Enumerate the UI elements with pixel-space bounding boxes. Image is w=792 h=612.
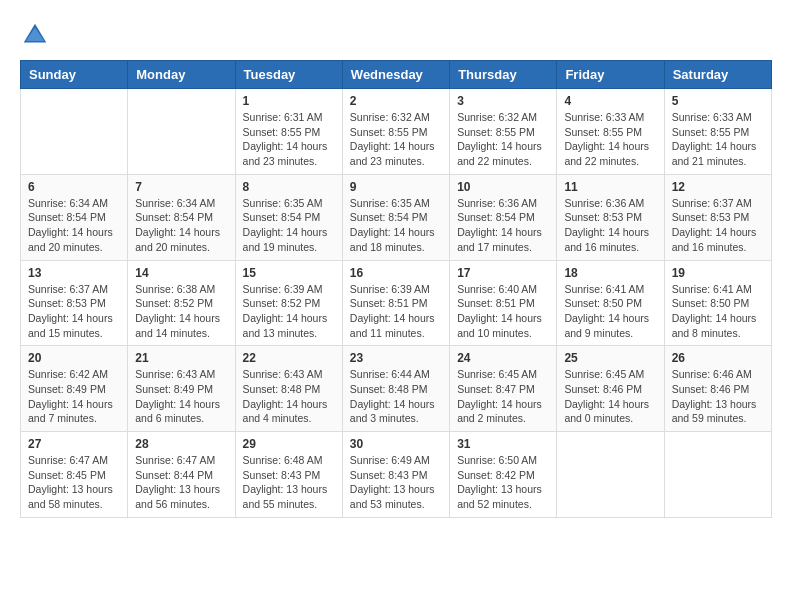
weekday-header-monday: Monday <box>128 61 235 89</box>
calendar-cell: 16Sunrise: 6:39 AM Sunset: 8:51 PM Dayli… <box>342 260 449 346</box>
calendar-cell <box>557 432 664 518</box>
day-info: Sunrise: 6:31 AM Sunset: 8:55 PM Dayligh… <box>243 110 335 169</box>
day-info: Sunrise: 6:44 AM Sunset: 8:48 PM Dayligh… <box>350 367 442 426</box>
calendar-cell: 19Sunrise: 6:41 AM Sunset: 8:50 PM Dayli… <box>664 260 771 346</box>
day-number: 18 <box>564 266 656 280</box>
weekday-header-tuesday: Tuesday <box>235 61 342 89</box>
weekday-header-thursday: Thursday <box>450 61 557 89</box>
logo <box>20 20 54 50</box>
day-number: 7 <box>135 180 227 194</box>
day-info: Sunrise: 6:45 AM Sunset: 8:47 PM Dayligh… <box>457 367 549 426</box>
calendar-cell <box>128 89 235 175</box>
calendar-cell: 21Sunrise: 6:43 AM Sunset: 8:49 PM Dayli… <box>128 346 235 432</box>
calendar-cell: 12Sunrise: 6:37 AM Sunset: 8:53 PM Dayli… <box>664 174 771 260</box>
calendar-cell: 27Sunrise: 6:47 AM Sunset: 8:45 PM Dayli… <box>21 432 128 518</box>
calendar-cell: 14Sunrise: 6:38 AM Sunset: 8:52 PM Dayli… <box>128 260 235 346</box>
day-number: 2 <box>350 94 442 108</box>
weekday-header-wednesday: Wednesday <box>342 61 449 89</box>
calendar-cell <box>664 432 771 518</box>
day-number: 23 <box>350 351 442 365</box>
day-number: 17 <box>457 266 549 280</box>
day-info: Sunrise: 6:32 AM Sunset: 8:55 PM Dayligh… <box>350 110 442 169</box>
calendar-week-1: 1Sunrise: 6:31 AM Sunset: 8:55 PM Daylig… <box>21 89 772 175</box>
weekday-header-saturday: Saturday <box>664 61 771 89</box>
calendar-week-3: 13Sunrise: 6:37 AM Sunset: 8:53 PM Dayli… <box>21 260 772 346</box>
calendar-cell: 24Sunrise: 6:45 AM Sunset: 8:47 PM Dayli… <box>450 346 557 432</box>
day-number: 5 <box>672 94 764 108</box>
calendar-cell: 15Sunrise: 6:39 AM Sunset: 8:52 PM Dayli… <box>235 260 342 346</box>
day-number: 4 <box>564 94 656 108</box>
day-number: 6 <box>28 180 120 194</box>
calendar-cell: 18Sunrise: 6:41 AM Sunset: 8:50 PM Dayli… <box>557 260 664 346</box>
calendar-cell: 30Sunrise: 6:49 AM Sunset: 8:43 PM Dayli… <box>342 432 449 518</box>
day-number: 28 <box>135 437 227 451</box>
day-number: 15 <box>243 266 335 280</box>
day-info: Sunrise: 6:41 AM Sunset: 8:50 PM Dayligh… <box>564 282 656 341</box>
day-info: Sunrise: 6:46 AM Sunset: 8:46 PM Dayligh… <box>672 367 764 426</box>
calendar-cell: 1Sunrise: 6:31 AM Sunset: 8:55 PM Daylig… <box>235 89 342 175</box>
calendar-cell: 22Sunrise: 6:43 AM Sunset: 8:48 PM Dayli… <box>235 346 342 432</box>
day-info: Sunrise: 6:32 AM Sunset: 8:55 PM Dayligh… <box>457 110 549 169</box>
calendar-cell: 2Sunrise: 6:32 AM Sunset: 8:55 PM Daylig… <box>342 89 449 175</box>
calendar-cell: 20Sunrise: 6:42 AM Sunset: 8:49 PM Dayli… <box>21 346 128 432</box>
calendar-cell: 26Sunrise: 6:46 AM Sunset: 8:46 PM Dayli… <box>664 346 771 432</box>
calendar-cell: 7Sunrise: 6:34 AM Sunset: 8:54 PM Daylig… <box>128 174 235 260</box>
day-info: Sunrise: 6:48 AM Sunset: 8:43 PM Dayligh… <box>243 453 335 512</box>
calendar-table: SundayMondayTuesdayWednesdayThursdayFrid… <box>20 60 772 518</box>
day-number: 9 <box>350 180 442 194</box>
day-info: Sunrise: 6:36 AM Sunset: 8:54 PM Dayligh… <box>457 196 549 255</box>
day-info: Sunrise: 6:36 AM Sunset: 8:53 PM Dayligh… <box>564 196 656 255</box>
day-info: Sunrise: 6:39 AM Sunset: 8:52 PM Dayligh… <box>243 282 335 341</box>
calendar-week-2: 6Sunrise: 6:34 AM Sunset: 8:54 PM Daylig… <box>21 174 772 260</box>
calendar-cell <box>21 89 128 175</box>
calendar-cell: 23Sunrise: 6:44 AM Sunset: 8:48 PM Dayli… <box>342 346 449 432</box>
day-info: Sunrise: 6:33 AM Sunset: 8:55 PM Dayligh… <box>564 110 656 169</box>
day-info: Sunrise: 6:37 AM Sunset: 8:53 PM Dayligh… <box>28 282 120 341</box>
day-number: 22 <box>243 351 335 365</box>
day-info: Sunrise: 6:45 AM Sunset: 8:46 PM Dayligh… <box>564 367 656 426</box>
calendar-cell: 28Sunrise: 6:47 AM Sunset: 8:44 PM Dayli… <box>128 432 235 518</box>
day-number: 8 <box>243 180 335 194</box>
day-number: 11 <box>564 180 656 194</box>
calendar-cell: 4Sunrise: 6:33 AM Sunset: 8:55 PM Daylig… <box>557 89 664 175</box>
weekday-header-sunday: Sunday <box>21 61 128 89</box>
day-info: Sunrise: 6:40 AM Sunset: 8:51 PM Dayligh… <box>457 282 549 341</box>
calendar-cell: 29Sunrise: 6:48 AM Sunset: 8:43 PM Dayli… <box>235 432 342 518</box>
day-info: Sunrise: 6:35 AM Sunset: 8:54 PM Dayligh… <box>350 196 442 255</box>
calendar-cell: 13Sunrise: 6:37 AM Sunset: 8:53 PM Dayli… <box>21 260 128 346</box>
calendar-cell: 17Sunrise: 6:40 AM Sunset: 8:51 PM Dayli… <box>450 260 557 346</box>
day-number: 21 <box>135 351 227 365</box>
day-info: Sunrise: 6:43 AM Sunset: 8:49 PM Dayligh… <box>135 367 227 426</box>
calendar-cell: 25Sunrise: 6:45 AM Sunset: 8:46 PM Dayli… <box>557 346 664 432</box>
logo-icon <box>20 20 50 50</box>
day-number: 29 <box>243 437 335 451</box>
calendar-week-5: 27Sunrise: 6:47 AM Sunset: 8:45 PM Dayli… <box>21 432 772 518</box>
calendar-cell: 6Sunrise: 6:34 AM Sunset: 8:54 PM Daylig… <box>21 174 128 260</box>
weekday-header-row: SundayMondayTuesdayWednesdayThursdayFrid… <box>21 61 772 89</box>
day-number: 1 <box>243 94 335 108</box>
page-header <box>20 20 772 50</box>
day-number: 31 <box>457 437 549 451</box>
calendar-cell: 11Sunrise: 6:36 AM Sunset: 8:53 PM Dayli… <box>557 174 664 260</box>
day-number: 25 <box>564 351 656 365</box>
day-info: Sunrise: 6:41 AM Sunset: 8:50 PM Dayligh… <box>672 282 764 341</box>
day-info: Sunrise: 6:34 AM Sunset: 8:54 PM Dayligh… <box>28 196 120 255</box>
day-number: 16 <box>350 266 442 280</box>
day-number: 3 <box>457 94 549 108</box>
day-info: Sunrise: 6:37 AM Sunset: 8:53 PM Dayligh… <box>672 196 764 255</box>
day-info: Sunrise: 6:35 AM Sunset: 8:54 PM Dayligh… <box>243 196 335 255</box>
calendar-cell: 3Sunrise: 6:32 AM Sunset: 8:55 PM Daylig… <box>450 89 557 175</box>
weekday-header-friday: Friday <box>557 61 664 89</box>
day-number: 20 <box>28 351 120 365</box>
day-info: Sunrise: 6:43 AM Sunset: 8:48 PM Dayligh… <box>243 367 335 426</box>
day-info: Sunrise: 6:42 AM Sunset: 8:49 PM Dayligh… <box>28 367 120 426</box>
day-info: Sunrise: 6:34 AM Sunset: 8:54 PM Dayligh… <box>135 196 227 255</box>
day-number: 24 <box>457 351 549 365</box>
day-number: 13 <box>28 266 120 280</box>
day-info: Sunrise: 6:47 AM Sunset: 8:44 PM Dayligh… <box>135 453 227 512</box>
day-number: 27 <box>28 437 120 451</box>
calendar-cell: 8Sunrise: 6:35 AM Sunset: 8:54 PM Daylig… <box>235 174 342 260</box>
day-number: 14 <box>135 266 227 280</box>
day-info: Sunrise: 6:39 AM Sunset: 8:51 PM Dayligh… <box>350 282 442 341</box>
day-number: 19 <box>672 266 764 280</box>
